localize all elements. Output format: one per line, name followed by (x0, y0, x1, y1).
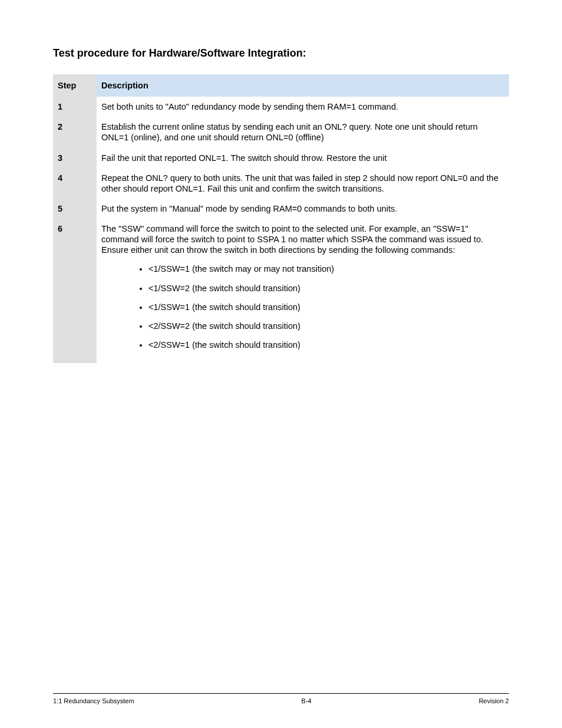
step-desc: The "SSW" command will force the switch … (97, 219, 509, 363)
table-row: 4 Repeat the ONL? query to both units. T… (53, 168, 509, 199)
step-number: 2 (53, 117, 97, 147)
step-desc: Repeat the ONL? query to both units. The… (97, 168, 509, 199)
col-desc: Description (97, 74, 509, 97)
bullet-item: <1/SSW=2 (the switch should transition) (148, 283, 504, 294)
page: Test procedure for Hardware/Software Int… (0, 0, 562, 728)
step-number: 5 (53, 199, 97, 219)
page-title: Test procedure for Hardware/Software Int… (53, 47, 509, 60)
page-footer: 1:1 Redundancy Subsystem B-4 Revision 2 (53, 693, 509, 704)
step-number: 4 (53, 168, 97, 199)
step6-bullets: <1/SSW=1 (the switch may or may not tran… (101, 263, 504, 350)
footer-center: B-4 (302, 697, 312, 704)
step-desc: Establish the current online status by s… (97, 117, 509, 147)
footer-right: Revision 2 (479, 697, 509, 704)
step-number: 1 (53, 97, 97, 117)
step-desc: Put the system in "Manual" mode by sendi… (97, 199, 509, 219)
steps-table: Step Description 1 Set both units to "Au… (53, 74, 509, 363)
table-row: 2 Establish the current online status by… (53, 117, 509, 147)
step-desc: Fail the unit that reported ONL=1. The s… (97, 148, 509, 168)
table-row: 1 Set both units to "Auto" redundancy mo… (53, 97, 509, 117)
step6-intro: The "SSW" command will force the switch … (101, 223, 504, 255)
col-step: Step (53, 74, 97, 97)
step-number: 6 (53, 219, 97, 363)
step-desc: Set both units to "Auto" redundancy mode… (97, 97, 509, 117)
step-number: 3 (53, 148, 97, 168)
bullet-item: <2/SSW=1 (the switch should transition) (148, 340, 504, 350)
table-header-row: Step Description (53, 74, 509, 97)
bullet-item: <2/SSW=2 (the switch should transition) (148, 321, 504, 331)
table-row: 6 The "SSW" command will force the switc… (53, 219, 509, 363)
footer-left: 1:1 Redundancy Subsystem (53, 697, 134, 704)
table-row: 5 Put the system in "Manual" mode by sen… (53, 199, 509, 219)
bullet-item: <1/SSW=1 (the switch should transition) (148, 302, 504, 312)
bullet-item: <1/SSW=1 (the switch may or may not tran… (148, 263, 504, 274)
table-row: 3 Fail the unit that reported ONL=1. The… (53, 148, 509, 168)
